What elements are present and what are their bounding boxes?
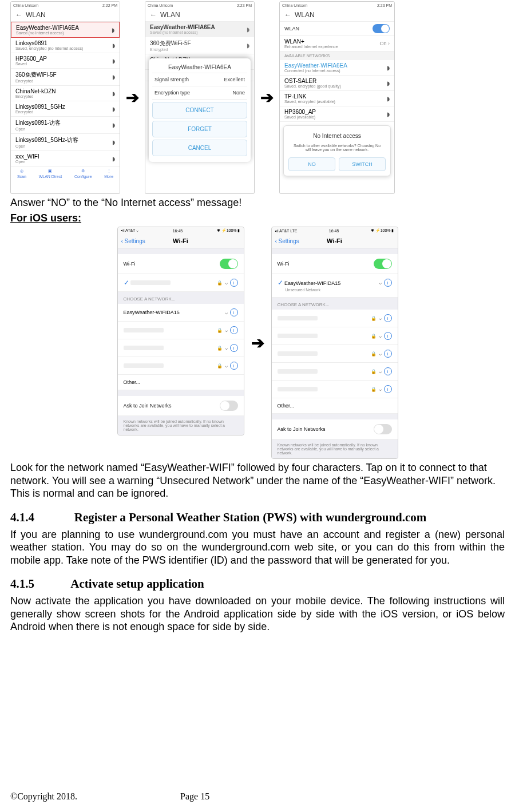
wifi-toggle[interactable] — [220, 259, 238, 269]
wifi-item[interactable]: Linksys0891-访客Open◗ — [11, 117, 120, 134]
wlan-toggle[interactable] — [373, 24, 390, 33]
back-settings-button[interactable]: ‹ Settings — [121, 238, 145, 244]
wifi-toggle[interactable] — [374, 259, 392, 269]
scan-button[interactable]: ◎Scan — [17, 169, 26, 179]
info-icon[interactable]: i — [384, 314, 392, 322]
page-footer: ©Copyright 2018. Page 15 — [10, 791, 505, 802]
wifi-item[interactable]: HP3600_APSaved (available)◗ — [280, 106, 394, 122]
ask-to-join-row[interactable]: Ask to Join Networks — [118, 396, 244, 416]
other-network-row[interactable]: Other... — [272, 398, 398, 414]
ask-to-join-row[interactable]: Ask to Join Networks — [272, 419, 398, 439]
wifi-network-row[interactable]: 🔒 ⌵ i — [272, 345, 398, 363]
popup-message: Switch to other available networks? Choo… — [288, 141, 386, 154]
wifi-item[interactable]: TP-LINKSaved, encrypted (available)◗ — [280, 91, 394, 106]
info-icon[interactable]: i — [384, 385, 392, 393]
arrow-right-icon: ➔ — [260, 88, 274, 107]
wifi-item[interactable]: OST-SALERSaved, encrypted (good quality)… — [280, 76, 394, 91]
wifi-toggle-row[interactable]: Wi-Fi — [118, 254, 244, 274]
back-icon[interactable]: ← — [15, 11, 22, 19]
info-icon[interactable]: i — [230, 344, 238, 352]
wifi-item[interactable]: 360免费WiFi-5FEncrypted◗ — [11, 69, 120, 86]
info-icon[interactable]: i — [384, 367, 392, 375]
ask-toggle[interactable] — [374, 424, 392, 434]
popup-title: No Internet access — [288, 130, 386, 141]
wifi-network-row[interactable]: 🔒 ⌵ i — [118, 322, 244, 339]
nav-bar: ‹ Settings Wi-Fi — [272, 234, 398, 248]
forget-button[interactable]: FORGET — [152, 121, 247, 137]
ask-footer: Known networks will be joined automatica… — [118, 416, 244, 435]
wifi-lock-icon: ◗ — [112, 106, 115, 112]
android-wlan-detail-modal: China Unicom 2:23 PM ← WLAN EasyWeather-… — [145, 1, 255, 194]
lock-icon: 🔒 — [217, 280, 223, 286]
arrow-right-icon: ➔ — [126, 88, 139, 107]
answer-no-text: Answer “NO” to the “No Internet access” … — [10, 196, 505, 209]
screen-title: WLAN — [160, 11, 180, 19]
wifi-connected-row[interactable]: ✓ EasyWeather-WIFIDA15Unsecured Network … — [272, 274, 398, 298]
ios-wifi-after: •ıl AT&T LTE16:45✱ ⚡100% ▮ ‹ Settings Wi… — [271, 227, 398, 459]
wifi-connected-row[interactable]: ✓ 🔒 ⌵ i — [118, 274, 244, 292]
ios-instruction-paragraph: Look for the network named “EasyWeather-… — [10, 461, 505, 500]
wifi-network-row[interactable]: 🔒 ⌵ i — [272, 327, 398, 345]
wifi-item: 360免费WiFi-5FEncrypted◗ — [145, 37, 254, 54]
wifi-network-row[interactable]: 🔒 ⌵ i — [272, 363, 398, 381]
other-network-row[interactable]: Other... — [118, 375, 244, 390]
wifi-item[interactable]: Linksys0891_5GHzEncrypted◗ — [11, 101, 120, 117]
wifi-network-row[interactable]: EasyWeather-WIFIDA15⌵ i — [118, 304, 244, 322]
info-icon[interactable]: i — [384, 279, 392, 287]
wifi-network-row[interactable]: 🔒 ⌵ i — [272, 310, 398, 327]
info-icon[interactable]: i — [384, 332, 392, 340]
nav-title: Wi-Fi — [327, 237, 342, 244]
back-icon[interactable]: ← — [284, 11, 291, 19]
modal-title: EasyWeather-WIFIA6EA — [152, 62, 247, 73]
wifi-signal-icon: ◗ — [112, 58, 115, 64]
wifi-item[interactable]: Linksys0891_5GHz-访客Open◗ — [11, 134, 120, 151]
wifi-lock-icon: ◗ — [387, 80, 390, 86]
wifi-lock-icon: ◗ — [387, 96, 390, 102]
switch-button[interactable]: SWITCH — [339, 157, 386, 171]
for-ios-heading: For iOS users: — [10, 212, 505, 225]
connect-button[interactable]: CONNECT — [152, 102, 247, 118]
nav-title: Wi-Fi — [173, 237, 188, 244]
checkmark-icon: ✓ — [124, 279, 129, 287]
section-4-1-4-heading: 4.1.4 Register a Personal Weather Statio… — [37, 510, 505, 525]
info-icon[interactable]: i — [384, 350, 392, 358]
wifi-signal-icon: ◗ — [387, 65, 390, 71]
wlan-plus-row[interactable]: WLAN+Enhanced Internet experience On › — [280, 36, 394, 52]
section-4-1-5-paragraph: Now activate the application you have do… — [10, 595, 505, 633]
back-icon[interactable]: ← — [150, 11, 157, 19]
info-icon[interactable]: i — [230, 308, 238, 316]
status-bar: China Unicom 2:23 PM — [145, 2, 254, 9]
info-icon[interactable]: i — [230, 362, 238, 370]
wifi-network-row[interactable]: 🔒 ⌵ i — [272, 381, 398, 398]
checkmark-icon: ✓ — [278, 279, 283, 287]
wlan-toggle-row[interactable]: WLAN — [280, 22, 394, 36]
ask-toggle[interactable] — [220, 401, 238, 411]
wifi-item[interactable]: HP3600_APSaved◗ — [11, 53, 120, 69]
wlan-direct-button[interactable]: ▣WLAN Direct — [39, 169, 62, 179]
page-number: Page 15 — [180, 791, 209, 802]
wifi-signal-icon: ◗ — [112, 122, 115, 128]
wifi-lock-icon: ◗ — [112, 90, 115, 97]
wifi-item[interactable]: ChinaNet-kDZNEncrypted◗ — [11, 86, 120, 101]
section-4-1-5-heading: 4.1.5 Activate setup application — [37, 577, 505, 591]
wifi-signal-icon: ◗ — [112, 156, 115, 162]
choose-network-header: CHOOSE A NETWORK... — [272, 298, 398, 310]
section-4-1-4-paragraph: If you are planning to use wunderground.… — [10, 528, 505, 567]
wifi-item[interactable]: xxx_WIFIOpen◗ — [11, 151, 120, 167]
no-button[interactable]: NO — [288, 157, 335, 171]
more-button[interactable]: ⋮More — [104, 169, 113, 179]
choose-network-header: CHOOSE A NETWORK... — [118, 292, 244, 304]
wifi-network-row[interactable]: 🔒 ⌵ i — [118, 357, 244, 375]
wifi-item[interactable]: Linksys0891Saved, encrypted (no Internet… — [11, 38, 120, 53]
status-bar: China Unicom 2:22 PM — [11, 2, 120, 9]
cancel-button[interactable]: CANCEL — [152, 140, 247, 156]
info-icon[interactable]: i — [230, 279, 238, 287]
wifi-item-connected[interactable]: EasyWeather-WIFIA6EAConnected (no Intern… — [280, 60, 394, 76]
back-settings-button[interactable]: ‹ Settings — [275, 238, 299, 244]
info-icon[interactable]: i — [230, 326, 238, 334]
configure-button[interactable]: ⚙Configure — [74, 169, 92, 179]
wifi-toggle-row[interactable]: Wi-Fi — [272, 254, 398, 274]
wifi-item-selected[interactable]: EasyWeather-WIFIA6EASaved (no Internet a… — [11, 22, 120, 38]
wifi-network-row[interactable]: 🔒 ⌵ i — [118, 339, 244, 357]
wifi-item: EasyWeather-WIFIA6EASaved (no Internet a… — [145, 22, 254, 37]
